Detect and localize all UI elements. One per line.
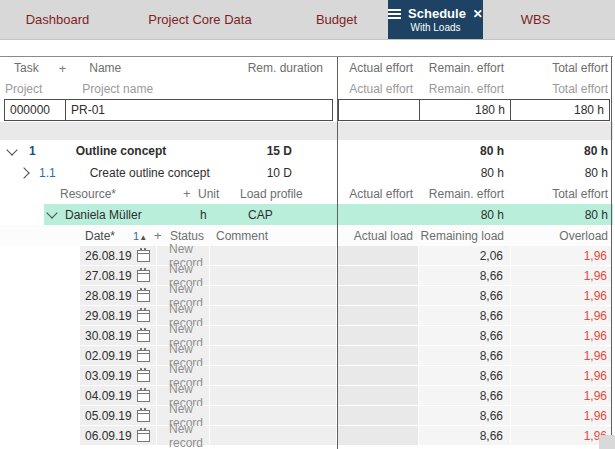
tab-dashboard-label: Dashboard xyxy=(26,12,90,27)
calendar-icon[interactable] xyxy=(137,270,150,282)
resource-name[interactable]: Daniela Müller xyxy=(65,208,142,222)
project-remain-effort-field[interactable]: 180 h xyxy=(419,99,511,121)
task-id[interactable]: 1 xyxy=(29,144,36,158)
task-row-1: 1 Outline concept 15 D 80 h 80 h xyxy=(0,140,613,162)
actual-load[interactable] xyxy=(337,346,419,366)
tab-schedule-label: Schedule xyxy=(408,6,466,21)
remaining-load[interactable]: 8,66 xyxy=(419,266,511,286)
remaining-load[interactable]: 8,66 xyxy=(419,426,511,446)
remaining-load[interactable]: 8,66 xyxy=(419,306,511,326)
load-date[interactable]: 28.08.19 xyxy=(85,289,137,303)
remaining-load[interactable]: 8,66 xyxy=(419,286,511,306)
load-date[interactable]: 26.08.19 xyxy=(85,249,137,263)
comment-column-header: Comment xyxy=(216,229,268,243)
resource-row-selected[interactable]: Daniela Müller h CAP 80 h 80 h xyxy=(0,204,613,225)
remain-effort-column-header-2: Remain. effort xyxy=(419,79,511,98)
remaining-load[interactable]: 8,66 xyxy=(419,406,511,426)
load-comment[interactable] xyxy=(210,326,337,346)
load-comment[interactable] xyxy=(210,386,337,406)
task-name[interactable]: Outline concept xyxy=(76,144,167,158)
load-comment[interactable] xyxy=(210,346,337,366)
tab-project-core-data-label: Project Core Data xyxy=(148,12,251,27)
tab-wbs[interactable]: WBS xyxy=(483,0,588,39)
add-task-icon[interactable]: + xyxy=(59,61,67,76)
resource-header-row: Resource* + Unit Load profile Actual eff… xyxy=(0,183,613,204)
load-row: 26.08.19 New record 2,06 1,96 xyxy=(0,246,613,266)
actual-load[interactable] xyxy=(337,286,419,306)
load-comment[interactable] xyxy=(210,406,337,426)
load-date[interactable]: 27.08.19 xyxy=(85,269,137,283)
load-date[interactable]: 03.09.19 xyxy=(85,369,137,383)
task-name[interactable]: Create outline concept xyxy=(90,166,210,180)
load-comment[interactable] xyxy=(210,246,337,266)
tab-wbs-label: WBS xyxy=(521,12,551,27)
actual-load[interactable] xyxy=(337,406,419,426)
load-comment[interactable] xyxy=(210,306,337,326)
resource-actual-effort xyxy=(337,204,419,225)
menu-icon[interactable] xyxy=(388,13,401,15)
task-rem-duration[interactable]: 15 D xyxy=(267,144,292,158)
close-icon[interactable]: ✕ xyxy=(473,8,483,20)
resource-unit[interactable]: h xyxy=(200,208,207,222)
project-id-field[interactable]: 000000 xyxy=(4,99,66,121)
task-total-effort: 80 h xyxy=(511,162,613,183)
task-id[interactable]: 1.1 xyxy=(39,166,56,180)
project-name-field[interactable]: PR-01 xyxy=(65,99,333,121)
calendar-icon[interactable] xyxy=(137,390,150,402)
remaining-load[interactable]: 8,66 xyxy=(419,326,511,346)
calendar-icon[interactable] xyxy=(137,370,150,382)
load-row: 27.08.19 New record 8,66 1,96 xyxy=(0,266,613,286)
actual-load[interactable] xyxy=(337,426,419,446)
overload-value: 1,96 xyxy=(511,386,613,406)
add-resource-icon[interactable]: + xyxy=(183,186,191,201)
calendar-icon[interactable] xyxy=(137,290,150,302)
remaining-load[interactable]: 8,66 xyxy=(419,346,511,366)
project-total-effort-field[interactable]: 180 h xyxy=(510,99,610,121)
load-comment[interactable] xyxy=(210,366,337,386)
overload-value: 1,96 xyxy=(511,426,613,446)
load-date[interactable]: 05.09.19 xyxy=(85,409,137,423)
expand-icon-task-1-1[interactable] xyxy=(18,167,29,178)
remaining-load[interactable]: 8,66 xyxy=(419,386,511,406)
sort-indicator[interactable]: 1▲ xyxy=(133,229,147,243)
actual-load[interactable] xyxy=(337,366,419,386)
load-comment[interactable] xyxy=(210,426,337,446)
actual-load[interactable] xyxy=(337,386,419,406)
tab-project-core-data[interactable]: Project Core Data xyxy=(115,0,285,39)
tab-schedule[interactable]: Schedule ✕ With Loads xyxy=(388,0,483,39)
project-actual-effort-field[interactable] xyxy=(338,99,420,121)
remaining-load[interactable]: 2,06 xyxy=(419,246,511,266)
collapse-icon-resource[interactable] xyxy=(46,207,57,218)
actual-effort-column-header-3: Actual effort xyxy=(337,183,419,204)
resource-load-profile[interactable]: CAP xyxy=(248,208,273,222)
task-rem-duration[interactable]: 10 D xyxy=(267,166,292,180)
load-date[interactable]: 04.09.19 xyxy=(85,389,137,403)
calendar-icon[interactable] xyxy=(137,250,150,262)
load-date[interactable]: 29.08.19 xyxy=(85,309,137,323)
load-date[interactable]: 06.09.19 xyxy=(85,429,137,443)
tab-dashboard[interactable]: Dashboard xyxy=(0,0,115,39)
load-comment[interactable] xyxy=(210,266,337,286)
load-date[interactable]: 02.09.19 xyxy=(85,349,137,363)
remaining-load[interactable]: 8,66 xyxy=(419,366,511,386)
tab-schedule-subtitle: With Loads xyxy=(410,22,460,33)
add-load-record-icon[interactable]: + xyxy=(154,228,162,243)
overload-value: 1,96 xyxy=(511,406,613,426)
collapse-icon-task-1[interactable] xyxy=(6,144,17,155)
actual-load[interactable] xyxy=(337,266,419,286)
calendar-icon[interactable] xyxy=(137,310,150,322)
actual-load[interactable] xyxy=(337,246,419,266)
calendar-icon[interactable] xyxy=(137,410,150,422)
name-column-header: Name xyxy=(89,61,121,75)
load-status[interactable]: New record xyxy=(157,426,210,446)
calendar-icon[interactable] xyxy=(137,430,150,442)
calendar-icon[interactable] xyxy=(137,330,150,342)
overload-value: 1,96 xyxy=(511,366,613,386)
task-column-header: Task xyxy=(14,61,39,75)
actual-load[interactable] xyxy=(337,306,419,326)
calendar-icon[interactable] xyxy=(137,350,150,362)
actual-load[interactable] xyxy=(337,326,419,346)
tab-budget[interactable]: Budget xyxy=(285,0,388,39)
load-date[interactable]: 30.08.19 xyxy=(85,329,137,343)
load-comment[interactable] xyxy=(210,286,337,306)
